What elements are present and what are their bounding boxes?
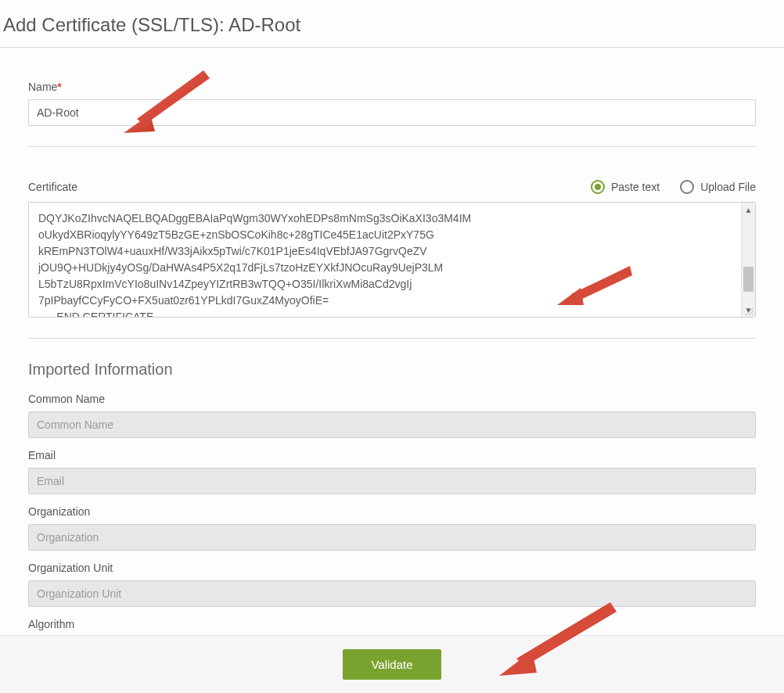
scrollbar[interactable]: ▲ ▼ [741,203,755,317]
organization-label: Organization [28,505,756,518]
validate-button[interactable]: Validate [343,649,441,680]
algorithm-label: Algorithm [28,618,756,630]
page-title: Add Certificate (SSL/TLS): AD-Root [3,14,784,36]
organization-unit-input [28,580,756,607]
common-name-label: Common Name [28,393,756,405]
name-input[interactable] [28,99,756,126]
email-input [28,468,756,494]
certificate-textarea-wrapper: ▲ ▼ [28,202,756,318]
certificate-label: Certificate [28,181,77,193]
scroll-down-icon[interactable]: ▼ [742,303,755,317]
scroll-thumb[interactable] [743,267,753,292]
imported-heading: Imported Information [28,361,756,379]
certificate-textarea[interactable] [29,203,741,317]
footer-bar: Validate [0,635,784,693]
name-label: Name* [28,81,756,93]
email-label: Email [28,449,756,461]
radio-paste-text[interactable]: Paste text [591,180,660,194]
imported-section: Imported Information Common Name Email O… [28,339,756,630]
scroll-up-icon[interactable]: ▲ [742,203,755,217]
name-section: Name* [28,48,756,147]
organization-input [28,524,756,551]
common-name-input [28,411,756,438]
title-bar: Add Certificate (SSL/TLS): AD-Root [0,0,784,48]
required-asterisk: * [57,81,61,93]
certificate-input-mode: Paste text Upload File [591,180,756,194]
organization-unit-label: Organization Unit [28,562,756,574]
certificate-section: Certificate Paste text Upload File ▲ [28,147,756,339]
radio-upload-file[interactable]: Upload File [680,180,756,194]
